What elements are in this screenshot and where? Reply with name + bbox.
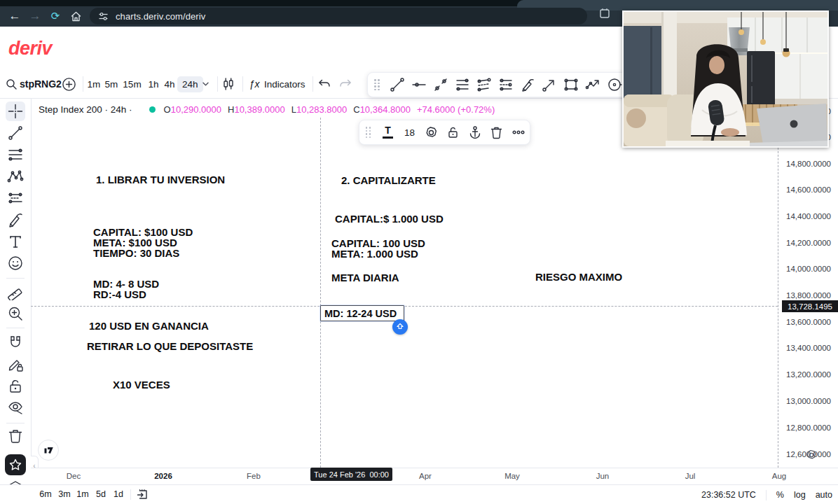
drawing-lock-tool[interactable]	[6, 355, 25, 374]
arrow-icon[interactable]	[538, 73, 560, 97]
scale-percent-toggle[interactable]: %	[776, 490, 784, 500]
extension-icon[interactable]	[599, 8, 610, 21]
trend-line-tool[interactable]	[6, 123, 25, 143]
trend-line-icon[interactable]	[386, 73, 408, 97]
annotation-text[interactable]: META DIARIA	[331, 272, 399, 283]
indicators-button[interactable]: Indicators	[264, 70, 305, 98]
text-color-tool[interactable]: T	[377, 120, 399, 144]
timeframe-4h[interactable]: 4h	[163, 70, 177, 98]
forward-icon[interactable]: →	[25, 6, 46, 27]
brush-tool[interactable]	[6, 210, 25, 230]
time-tick-year: 2026	[154, 472, 172, 480]
fx-icon[interactable]: ƒx	[247, 70, 262, 98]
candlestick-style-icon[interactable]	[220, 70, 237, 98]
back-icon[interactable]: ←	[4, 6, 25, 27]
magnet-tool[interactable]	[6, 333, 25, 353]
annotation-text[interactable]: CAPITAL:$ 1.000 USD	[335, 214, 444, 224]
timeframe-5m[interactable]: 5m	[104, 70, 118, 98]
scale-log-toggle[interactable]: log	[794, 490, 806, 500]
lock-all-tool[interactable]	[6, 377, 25, 396]
symbol-button[interactable]: stpRNG2	[20, 70, 62, 98]
timeframe-24h-selected[interactable]: 24h	[177, 70, 203, 98]
text-format-toolbar: T 18	[359, 120, 530, 145]
price-tick: 14,000.0000	[786, 265, 831, 273]
annotation-text[interactable]: X10 VECES	[113, 379, 170, 390]
site-settings-icon[interactable]	[98, 11, 109, 22]
annotation-text[interactable]: 2. CAPITALIZARTE	[341, 175, 436, 186]
crosshair-vertical-line	[320, 118, 321, 468]
fib-retracement-tool[interactable]	[6, 145, 25, 164]
lock-icon[interactable]	[442, 120, 464, 144]
toolbar-divider	[217, 76, 218, 92]
active-color-bar	[383, 136, 393, 139]
annotation-action-button[interactable]	[392, 319, 408, 335]
toolbar-divider	[242, 76, 243, 92]
timeframe-1h[interactable]: 1h	[146, 70, 160, 98]
deriv-logo: deriv	[8, 38, 52, 59]
annotation-text[interactable]: RETIRAR LO QUE DEPOSITASTE	[87, 341, 253, 351]
url-bar[interactable]: charts.deriv.com/deriv	[90, 8, 587, 24]
compare-add-icon[interactable]	[60, 70, 77, 98]
range-1d[interactable]: 1d	[114, 489, 123, 499]
prediction-tool[interactable]	[6, 188, 25, 208]
anchor-icon[interactable]	[464, 120, 486, 144]
chevron-down-icon[interactable]	[200, 70, 210, 98]
redo-icon[interactable]	[338, 70, 353, 98]
annotation-text[interactable]: CAPITAL: $100 USDMETA: $100 USDTIEMPO: 3…	[93, 227, 193, 258]
annotation-text[interactable]: RIESGO MAXIMO	[535, 272, 622, 282]
trash-icon[interactable]	[486, 120, 507, 144]
zoom-in-tool[interactable]	[6, 304, 25, 323]
crosshair-tool[interactable]	[6, 102, 25, 121]
range-3m[interactable]: 3m	[58, 489, 70, 499]
emoji-tool[interactable]	[6, 253, 25, 273]
polyline-icon[interactable]	[582, 73, 603, 97]
fib-timezone-icon[interactable]	[495, 73, 516, 97]
clock[interactable]: 23:36:52 UTC	[701, 490, 756, 500]
settings-gear-icon[interactable]	[420, 120, 442, 144]
hide-drawings-tool[interactable]	[6, 398, 25, 418]
timeframe-1m[interactable]: 1m	[87, 70, 101, 98]
remove-drawings-tool[interactable]	[6, 426, 25, 446]
range-6m[interactable]: 6m	[39, 489, 51, 499]
axis-boundary-line	[778, 99, 778, 468]
annotation-text[interactable]: 120 USD EN GANANCIA	[89, 321, 209, 331]
text-tool[interactable]	[6, 232, 25, 251]
selected-annotation-box[interactable]: MD: 12-24 USD	[320, 305, 404, 321]
crosshair-horizontal-line	[31, 306, 778, 307]
font-size-button[interactable]: 18	[399, 120, 420, 144]
fib-channel-icon[interactable]	[473, 73, 495, 97]
reload-icon[interactable]: ⟳	[45, 6, 66, 27]
price-tick: 13,200.0000	[786, 370, 831, 379]
axis-settings-gear-icon[interactable]	[805, 449, 818, 461]
undo-icon[interactable]	[317, 70, 332, 98]
horizontal-line-icon[interactable]	[408, 73, 430, 97]
time-tick: Jul	[685, 472, 696, 480]
rectangle-icon[interactable]	[560, 73, 582, 97]
range-1m[interactable]: 1m	[76, 489, 88, 499]
browser-tab-strip	[0, 0, 838, 6]
drag-handle-icon[interactable]	[359, 120, 377, 144]
annotation-text[interactable]: 1. LIBRAR TU INVERSION	[96, 174, 225, 185]
more-options-icon[interactable]	[507, 120, 529, 144]
cross-line-icon[interactable]	[430, 73, 451, 97]
drag-handle-icon[interactable]	[368, 73, 386, 97]
time-tick: Apr	[419, 472, 432, 480]
measure-tool[interactable]	[6, 282, 25, 302]
scale-auto-toggle[interactable]: auto	[816, 490, 832, 500]
timeframe-15m[interactable]: 15m	[123, 70, 142, 98]
webcam-overlay	[622, 10, 829, 148]
go-to-date-icon[interactable]	[137, 489, 149, 503]
brush-icon[interactable]	[516, 73, 538, 97]
range-5d[interactable]: 5d	[96, 489, 106, 499]
annotation-text[interactable]: MD: 4- 8 USDRD:-4 USD	[93, 279, 159, 300]
price-tick: 13,800.0000	[786, 291, 831, 300]
tradingview-logo[interactable]	[38, 440, 59, 461]
favorites-star-tool[interactable]	[5, 454, 26, 475]
time-axis[interactable]: Dec 2026 Feb Apr May Jun Jul Aug Tue 24 …	[31, 468, 838, 485]
home-icon[interactable]	[65, 6, 86, 27]
chart-legend[interactable]: Step Index 200 · 24h · O10,290.0000 H10,…	[39, 102, 495, 116]
annotation-text[interactable]: CAPITAL: 100 USDMETA: 1.000 USD	[331, 238, 425, 259]
search-icon[interactable]	[4, 70, 18, 98]
xabcd-pattern-tool[interactable]	[6, 167, 25, 186]
fib-retracement-icon[interactable]	[451, 73, 473, 97]
